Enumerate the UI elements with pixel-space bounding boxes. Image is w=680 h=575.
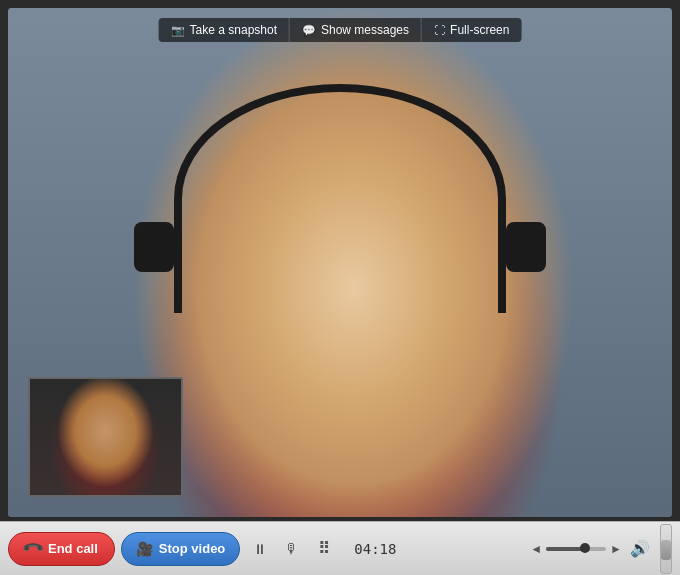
stop-video-icon: 🎥: [136, 541, 153, 557]
mic-icon: 🎙: [285, 541, 299, 557]
snapshot-label: Take a snapshot: [190, 23, 277, 37]
pause-button[interactable]: ⏸: [246, 535, 274, 563]
messages-label: Show messages: [321, 23, 409, 37]
camera-icon: 📷: [171, 24, 185, 37]
grid-icon: ⠿: [318, 539, 331, 558]
fullscreen-button[interactable]: ⛶ Full-screen: [422, 18, 521, 42]
call-duration: 04:18: [344, 541, 406, 557]
scroll-thumb: [661, 540, 671, 560]
pause-icon: ⏸: [253, 541, 267, 557]
playback-controls: ⏸ 🎙 ⠿: [246, 535, 338, 563]
top-toolbar: 📷 Take a snapshot 💬 Show messages ⛶ Full…: [159, 18, 522, 42]
end-call-button[interactable]: 📞 End call: [8, 532, 115, 566]
stop-video-label: Stop video: [159, 541, 225, 556]
local-video-pip: [28, 377, 183, 497]
control-bar: 📞 End call 🎥 Stop video ⏸ 🎙 ⠿ 04:18 ◄ ► …: [0, 521, 680, 575]
messages-button[interactable]: 💬 Show messages: [290, 18, 422, 42]
volume-thumb[interactable]: [580, 543, 590, 553]
grid-button[interactable]: ⠿: [310, 535, 338, 563]
end-call-phone-icon: 📞: [22, 537, 45, 560]
messages-icon: 💬: [302, 24, 316, 37]
scrollbar[interactable]: [660, 524, 672, 574]
volume-left-icon: ◄: [530, 542, 542, 556]
stop-video-button[interactable]: 🎥 Stop video: [121, 532, 240, 566]
main-video: 📷 Take a snapshot 💬 Show messages ⛶ Full…: [8, 8, 672, 517]
video-container: 📷 Take a snapshot 💬 Show messages ⛶ Full…: [8, 8, 672, 517]
volume-control[interactable]: ◄ ► 🔊: [530, 539, 650, 558]
end-call-label: End call: [48, 541, 98, 556]
fullscreen-icon: ⛶: [434, 24, 445, 36]
volume-track[interactable]: [546, 547, 606, 551]
headphone-right: [506, 222, 546, 272]
headphone-left: [134, 222, 174, 272]
volume-right-icon: ►: [610, 542, 622, 556]
local-video-feed: [30, 379, 181, 495]
headphones-visual: [174, 84, 506, 313]
speaker-icon: 🔊: [630, 539, 650, 558]
fullscreen-label: Full-screen: [450, 23, 509, 37]
mic-button[interactable]: 🎙: [278, 535, 306, 563]
snapshot-button[interactable]: 📷 Take a snapshot: [159, 18, 290, 42]
